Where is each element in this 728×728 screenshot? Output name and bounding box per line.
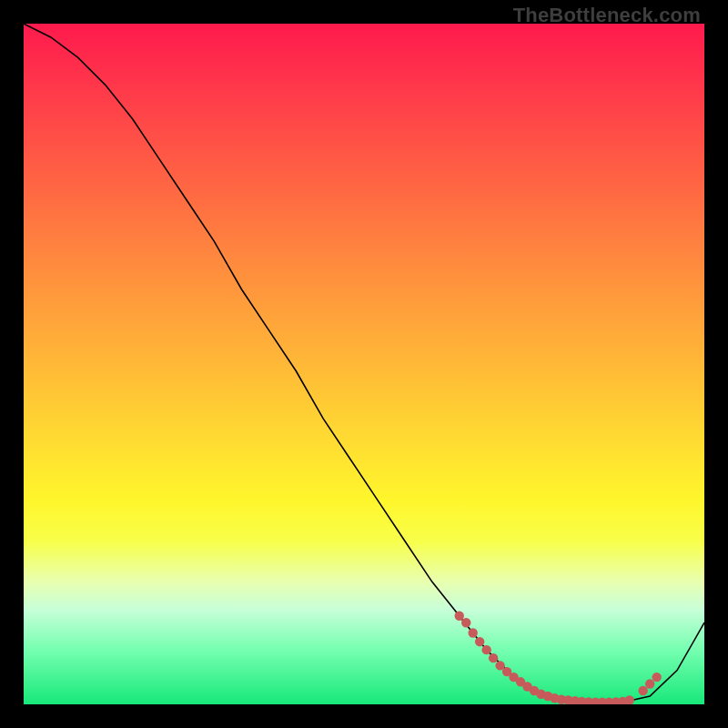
marker-dot [461, 618, 470, 627]
marker-dot [638, 686, 647, 695]
chart-area [24, 24, 704, 704]
marker-dot [625, 695, 634, 704]
marker-dot [481, 645, 490, 654]
marker-dots [455, 612, 662, 704]
bottleneck-curve [24, 24, 704, 703]
marker-dot [645, 679, 654, 688]
marker-dot [475, 637, 484, 646]
marker-dot [489, 653, 498, 662]
chart-svg [24, 24, 704, 704]
marker-dot [468, 628, 477, 637]
watermark-text: TheBottleneck.com [513, 4, 701, 27]
marker-dot [652, 672, 661, 682]
marker-dot [455, 612, 464, 621]
